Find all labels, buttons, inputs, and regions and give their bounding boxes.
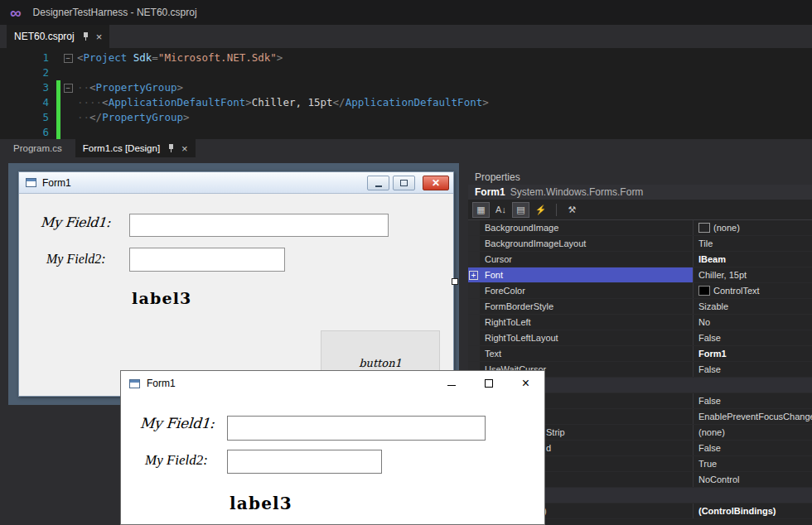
close-icon[interactable]: × (96, 31, 103, 42)
tab-form1-design[interactable]: Form1.cs [Design] × (75, 139, 196, 157)
property-value[interactable]: NoControl (694, 472, 812, 487)
resize-handle[interactable] (452, 278, 458, 285)
code-editor[interactable]: 1−<Project Sdk="Microsoft.NET.Sdk">23−··… (0, 48, 812, 139)
label3: label3 (230, 494, 292, 513)
runtime-form-title: Form1 (147, 378, 176, 389)
tab-net60-csproj[interactable]: NET60.csproj × (7, 25, 109, 48)
fold-collapse-icon[interactable]: − (64, 54, 73, 63)
code-line[interactable]: 2 (0, 65, 812, 80)
property-value[interactable]: (ControlBindings) (694, 503, 812, 518)
label3[interactable]: label3 (132, 289, 192, 307)
property-row[interactable]: RightToLeftLayoutFalse (468, 330, 812, 346)
code-text: <Project Sdk="Microsoft.NET.Sdk"> (77, 51, 283, 65)
property-value[interactable]: Chiller, 15pt (694, 267, 812, 282)
events-icon[interactable]: ⚡ (532, 202, 549, 218)
pin-icon[interactable] (167, 143, 175, 153)
property-value[interactable]: False (694, 393, 812, 408)
close-button[interactable]: ✕ (423, 176, 449, 190)
property-value-text: ControlText (713, 283, 760, 298)
line-number: 5 (0, 110, 56, 125)
property-value-text: False (698, 441, 721, 455)
object-selector[interactable]: Form1 System.Windows.Forms.Form (468, 185, 812, 200)
close-icon[interactable]: × (181, 143, 188, 154)
property-value-text: EnablePreventFocusChange (698, 409, 812, 424)
code-line[interactable]: 4····<ApplicationDefaultFont>Chiller, 15… (0, 95, 812, 110)
minimize-button[interactable] (367, 176, 389, 190)
maximize-button[interactable] (470, 371, 507, 395)
property-value-text: False (698, 393, 721, 408)
property-value-text: Tile (698, 236, 713, 251)
property-value[interactable]: Sizable (694, 299, 812, 314)
property-value[interactable]: Form1 (694, 346, 812, 361)
property-row[interactable]: RightToLeftNo (468, 315, 812, 330)
property-value-text: Chiller, 15pt (698, 267, 747, 282)
property-value-text: (none) (698, 425, 725, 440)
label-field2: My Field2: (145, 452, 208, 469)
property-value[interactable]: EnablePreventFocusChange (694, 409, 812, 424)
property-value[interactable]: No (694, 315, 812, 330)
code-line[interactable]: 6 (0, 125, 812, 139)
expand-gutter (468, 283, 480, 298)
runtime-form-titlebar[interactable]: Form1 × (121, 371, 544, 396)
properties-title: Properties (475, 171, 520, 183)
fold-margin: − (60, 54, 75, 63)
property-row[interactable]: CursorIBeam (468, 252, 812, 267)
close-icon: × (522, 377, 529, 390)
line-number: 1 (0, 51, 56, 65)
property-value[interactable]: False (694, 441, 812, 455)
textbox-field2[interactable] (227, 450, 382, 474)
expand-gutter (468, 252, 480, 267)
property-row[interactable]: ForeColorControlText (468, 283, 812, 299)
fold-collapse-icon[interactable]: − (64, 84, 73, 93)
label-field1[interactable]: My Field1: (40, 214, 110, 230)
property-name: RightToLeft (480, 315, 694, 330)
code-line[interactable]: 5··</PropertyGroup> (0, 110, 812, 125)
close-button[interactable]: × (507, 371, 544, 395)
minimize-button[interactable] (433, 371, 470, 395)
property-value[interactable]: True (694, 456, 812, 471)
document-tabstrip: NET60.csproj × (0, 25, 812, 48)
designer-window-buttons: ✕ (367, 176, 449, 190)
code-line[interactable]: 3−··<PropertyGroup> (0, 80, 812, 95)
change-bar-icon (56, 95, 60, 110)
property-name: FormBorderStyle (480, 299, 694, 314)
property-value[interactable]: (none) (694, 220, 812, 235)
textbox-field2[interactable] (129, 248, 285, 272)
maximize-button[interactable] (393, 176, 415, 190)
property-row[interactable]: TextForm1 (468, 346, 812, 362)
textbox-field1[interactable] (129, 214, 389, 237)
pin-icon[interactable] (81, 31, 89, 41)
property-pages-icon[interactable]: ⚒ (563, 202, 581, 218)
property-value[interactable]: Tile (694, 236, 812, 251)
change-bar-icon (56, 125, 60, 139)
property-row[interactable]: BackgroundImage(none) (468, 220, 812, 236)
expand-gutter (468, 220, 480, 235)
titlebar: ∞ DesignerTestHarness - NET60.csproj (0, 0, 812, 25)
tab-program-cs[interactable]: Program.cs (0, 139, 75, 157)
property-value[interactable]: IBeam (694, 252, 812, 267)
code-line[interactable]: 1−<Project Sdk="Microsoft.NET.Sdk"> (0, 51, 812, 65)
property-value-text: False (698, 330, 721, 345)
property-name: RightToLeftLayout (480, 330, 694, 345)
designer-form-title: Form1 (42, 177, 71, 189)
alphabetical-icon[interactable]: A↓ (492, 202, 510, 218)
categorized-icon[interactable]: ▦ (472, 202, 490, 218)
property-name: Font (480, 267, 694, 282)
property-row[interactable]: +FontChiller, 15pt (468, 267, 812, 283)
designer-form[interactable]: Form1 ✕ My Field1: My Field2: label3 but… (18, 171, 454, 397)
code-text: ··</PropertyGroup> (77, 110, 190, 125)
line-number: 6 (0, 125, 56, 139)
property-value[interactable]: False (694, 330, 812, 345)
designer-canvas[interactable]: Form1 ✕ My Field1: My Field2: label3 but… (8, 163, 459, 405)
maximize-icon (400, 180, 408, 186)
property-row[interactable]: FormBorderStyleSizable (468, 299, 812, 315)
property-value[interactable]: False (694, 362, 812, 377)
property-row[interactable]: BackgroundImageLayoutTile (468, 236, 812, 252)
expand-icon[interactable]: + (469, 271, 478, 280)
property-value[interactable]: (none) (694, 425, 812, 440)
textbox-field1[interactable] (227, 416, 486, 441)
label-field2[interactable]: My Field2: (46, 252, 106, 267)
property-value-text: (none) (713, 220, 740, 235)
property-value[interactable]: ControlText (694, 283, 812, 298)
properties-icon[interactable]: ▤ (512, 202, 529, 218)
